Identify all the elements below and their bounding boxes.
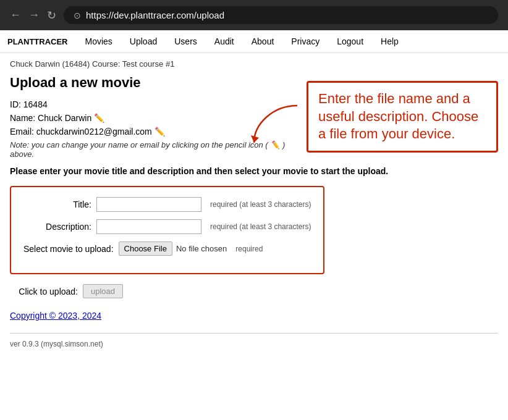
description-row: Description: required (at least 3 charac… xyxy=(23,219,311,234)
desc-required: required (at least 3 characters) xyxy=(210,222,311,231)
nav-upload[interactable]: Upload xyxy=(121,30,166,52)
forward-button[interactable]: → xyxy=(28,9,40,22)
nav-users[interactable]: Users xyxy=(166,30,206,52)
instructions: Please enter your movie title and descri… xyxy=(10,166,498,176)
page-content: Chuck Darwin (16484) Course: Test course… xyxy=(0,53,508,361)
file-input-group: Choose File No file chosen xyxy=(119,242,227,256)
file-required: required xyxy=(235,245,263,253)
upload-button[interactable]: upload xyxy=(83,284,123,298)
nav-about[interactable]: About xyxy=(243,30,283,52)
refresh-button[interactable]: ↻ xyxy=(47,9,56,22)
title-input[interactable] xyxy=(96,197,201,212)
file-select-row: Select movie to upload: Choose File No f… xyxy=(23,242,311,256)
address-bar[interactable]: ⊙ https://dev.planttracer.com/upload xyxy=(64,6,498,24)
footer-divider xyxy=(10,333,498,334)
upload-row: Click to upload: upload xyxy=(10,284,498,298)
site-security-icon: ⊙ xyxy=(74,10,81,20)
copyright-link[interactable]: Copyright © 2023, 2024 xyxy=(10,311,498,321)
description-input[interactable] xyxy=(96,219,201,234)
title-required: required (at least 3 characters) xyxy=(210,200,311,209)
nav-movies[interactable]: Movies xyxy=(77,30,121,52)
back-button[interactable]: ← xyxy=(10,9,21,22)
description-label: Description: xyxy=(23,222,91,232)
upload-form-box: Title: required (at least 3 characters) … xyxy=(10,186,324,274)
callout-arrow xyxy=(248,99,303,149)
browser-chrome: ← → ↻ ⊙ https://dev.planttracer.com/uplo… xyxy=(0,0,508,30)
no-file-text: No file chosen xyxy=(176,244,227,253)
user-info: Chuck Darwin (16484) Course: Test course… xyxy=(10,59,498,69)
choose-file-button[interactable]: Choose File xyxy=(119,242,172,256)
email-edit-icon[interactable]: ✏️ xyxy=(155,127,165,136)
callout-box: Enter the file name and a useful descrip… xyxy=(307,81,498,153)
url-text: https://dev.planttracer.com/upload xyxy=(86,10,224,20)
nav-privacy[interactable]: Privacy xyxy=(282,30,328,52)
site-nav: PLANTTRACER Movies Upload Users Audit Ab… xyxy=(0,30,508,53)
title-label: Title: xyxy=(23,200,91,209)
version-info: ver 0.9.3 (mysql.simson.net) xyxy=(10,340,498,348)
upload-label: Click to upload: xyxy=(10,287,78,296)
nav-brand[interactable]: PLANTTRACER xyxy=(5,31,77,52)
file-select-label: Select movie to upload: xyxy=(23,244,114,254)
name-edit-icon[interactable]: ✏️ xyxy=(94,113,104,123)
nav-logout[interactable]: Logout xyxy=(328,30,372,52)
nav-audit[interactable]: Audit xyxy=(206,30,243,52)
title-row: Title: required (at least 3 characters) xyxy=(23,197,311,212)
nav-help[interactable]: Help xyxy=(372,30,407,52)
